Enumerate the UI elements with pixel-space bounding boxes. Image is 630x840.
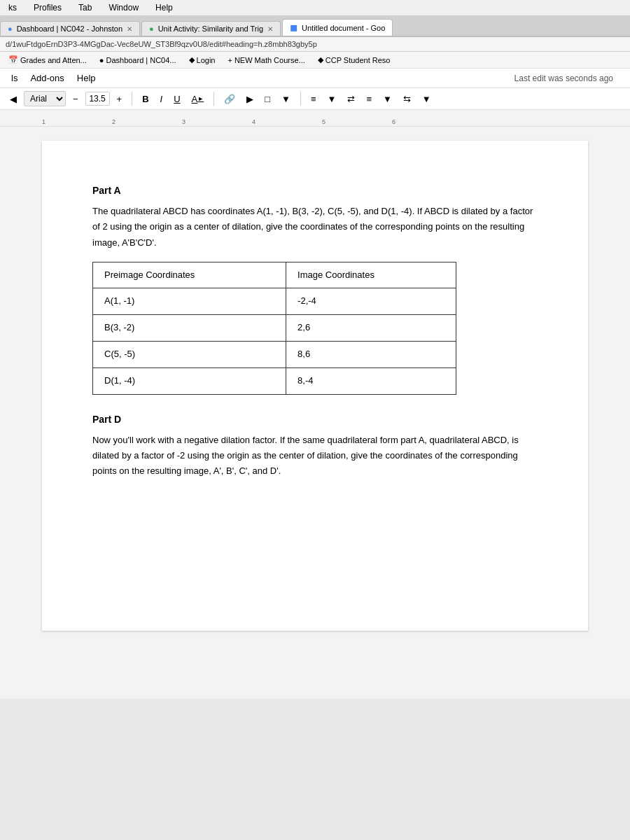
preimage-cell: A(1, -1)	[93, 288, 286, 315]
part-d-heading: Part D	[92, 412, 538, 427]
menu-window[interactable]: Window	[106, 1, 141, 14]
bookmark-dashboard-icon: ●	[99, 56, 104, 64]
link-btn[interactable]: 🔗	[220, 92, 239, 106]
image-btn[interactable]: □	[260, 92, 274, 106]
bold-btn[interactable]: B	[138, 92, 153, 106]
tab-dashboard-label: Dashboard | NC042 - Johnston	[17, 24, 122, 33]
docs-menu-addons[interactable]: Add-ons	[24, 70, 69, 86]
ruler: 1 2 3 4 5 6	[0, 110, 630, 127]
tab-dashboard[interactable]: ● Dashboard | NC042 - Johnston ✕	[0, 21, 140, 36]
activity-icon: ●	[149, 24, 154, 33]
toolbar-back-btn[interactable]: ◀	[6, 92, 21, 106]
tab-dashboard-close[interactable]: ✕	[127, 25, 132, 33]
bookmark-login-icon: ◆	[189, 55, 195, 64]
docs-menu-ls[interactable]: ls	[6, 70, 23, 86]
menu-help[interactable]: Help	[153, 1, 176, 14]
strikethrough-btn[interactable]: A ►	[188, 92, 209, 106]
underline-btn[interactable]: U	[169, 92, 184, 106]
tab-bar: ● Dashboard | NC042 - Johnston ✕ ● Unit …	[0, 16, 630, 37]
indent-drop-btn[interactable]: ▼	[418, 92, 435, 106]
bookmark-ccp[interactable]: ◆ CCP Student Reso	[315, 54, 393, 66]
preimage-cell: D(1, -4)	[93, 368, 286, 394]
image-drop-btn[interactable]: ▼	[277, 92, 295, 106]
url-text: d/1wuFtdgoErnD3P3-4MGgDac-Vec8eUW_ST3Bf9…	[6, 40, 317, 48]
bookmark-login-label: Login	[197, 56, 216, 64]
image-cell: 2,6	[286, 315, 456, 342]
image-cell: 8,6	[286, 342, 456, 368]
dashboard-icon: ●	[8, 24, 13, 33]
bookmark-dashboard-label: Dashboard | NC04...	[106, 56, 176, 64]
comment-btn[interactable]: ▶	[242, 92, 258, 106]
bookmark-grades-label: Grades and Atten...	[20, 56, 87, 64]
font-size-decrease-btn[interactable]: −	[69, 92, 83, 106]
bookmarks-bar: 📅 Grades and Atten... ● Dashboard | NC04…	[0, 52, 630, 69]
align-drop-btn[interactable]: ▼	[323, 92, 341, 106]
docs-menu-help[interactable]: Help	[71, 70, 102, 86]
font-size-input[interactable]	[85, 92, 110, 106]
menu-ks[interactable]: ks	[6, 1, 20, 14]
toolbar-sep-2	[214, 92, 214, 106]
docs-tab-icon: ◼	[290, 22, 298, 33]
url-bar[interactable]: d/1wuFtdgoErnD3P3-4MGgDac-Vec8eUW_ST3Bf9…	[0, 37, 630, 52]
bookmark-ccp-label: CCP Student Reso	[326, 56, 391, 64]
table-row: A(1, -1)-2,-4	[93, 288, 456, 315]
font-selector[interactable]: Arial	[24, 91, 66, 106]
toolbar-sep-3	[300, 92, 301, 106]
tab-activity-close[interactable]: ✕	[267, 25, 273, 33]
preimage-cell: C(5, -5)	[93, 342, 286, 368]
browser-menu-bar: ks Profiles Tab Window Help	[0, 0, 630, 16]
last-edit-status: Last edit was seconds ago	[514, 74, 613, 83]
font-size-increase-btn[interactable]: +	[113, 92, 127, 106]
preimage-cell: B(3, -2)	[93, 315, 286, 342]
tab-activity[interactable]: ● Unit Activity: Similarity and Trig ✕	[141, 21, 281, 36]
part-a-heading: Part A	[92, 183, 538, 198]
table-row: B(3, -2)2,6	[93, 315, 456, 342]
part-a-text: The quadrilateral ABCD has coordinates A…	[92, 204, 538, 250]
list-btn[interactable]: ≡	[362, 92, 376, 106]
table-header-row: Preimage Coordinates Image Coordinates	[93, 262, 456, 288]
col2-header: Image Coordinates	[286, 262, 456, 288]
tab-docs-label: Untitled document - Goo	[302, 24, 385, 32]
menu-tab[interactable]: Tab	[76, 1, 94, 14]
bookmark-math[interactable]: + NEW Math Course...	[225, 54, 307, 66]
doc-content[interactable]: Part A The quadrilateral ABCD has coordi…	[42, 141, 588, 631]
tab-activity-label: Unit Activity: Similarity and Trig	[158, 24, 263, 33]
coordinates-table: Preimage Coordinates Image Coordinates A…	[92, 262, 456, 395]
doc-page: Part A The quadrilateral ABCD has coordi…	[0, 127, 630, 687]
table-row: D(1, -4)8,-4	[93, 368, 456, 394]
bookmark-ccp-icon: ◆	[318, 55, 323, 64]
bookmark-grades-icon: 📅	[8, 55, 18, 64]
list-drop-btn[interactable]: ▼	[379, 92, 396, 106]
toolbar-sep-1	[132, 92, 132, 106]
indent-btn[interactable]: ⇆	[399, 92, 415, 106]
bookmark-login[interactable]: ◆ Login	[186, 54, 218, 66]
line-spacing-btn[interactable]: ⇄	[343, 92, 359, 106]
table-row: C(5, -5)8,6	[93, 342, 456, 368]
bookmark-dashboard[interactable]: ● Dashboard | NC04...	[97, 54, 179, 66]
docs-container: ls Add-ons Help Last edit was seconds ag…	[0, 69, 630, 699]
part-d-text: Now you'll work with a negative dilation…	[92, 433, 538, 479]
docs-toolbar: ◀ Arial − + B I U A ► 🔗 ▶ □ ▼ ≡ ▼ ⇄ ≡ ▼ …	[0, 88, 630, 110]
bookmark-math-icon: +	[227, 56, 232, 64]
tab-docs[interactable]: ◼ Untitled document - Goo	[282, 19, 393, 36]
align-btn[interactable]: ≡	[307, 92, 321, 106]
col1-header: Preimage Coordinates	[93, 262, 286, 288]
bookmark-grades[interactable]: 📅 Grades and Atten...	[6, 54, 90, 66]
italic-btn[interactable]: I	[156, 92, 167, 106]
menu-profiles[interactable]: Profiles	[31, 1, 64, 14]
bookmark-math-label: NEW Math Course...	[234, 56, 305, 64]
docs-menu-bar: ls Add-ons Help Last edit was seconds ag…	[0, 69, 630, 88]
image-cell: 8,-4	[286, 368, 456, 394]
image-cell: -2,-4	[286, 288, 456, 315]
